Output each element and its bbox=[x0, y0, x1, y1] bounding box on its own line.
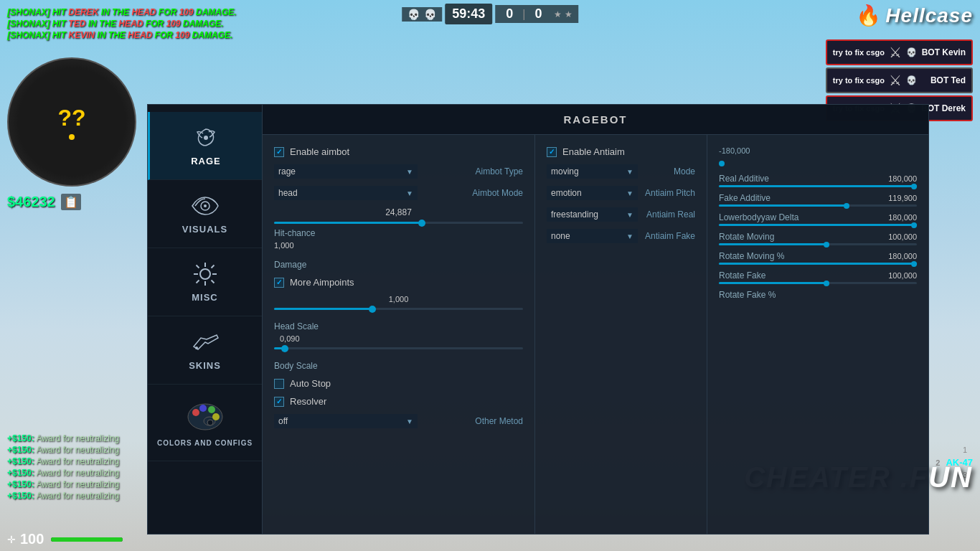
score-t: 0 bbox=[529, 6, 547, 22]
mode-row: moving ▼ Mode bbox=[547, 164, 695, 179]
resolver-checkbox[interactable] bbox=[274, 397, 284, 407]
sidebar-item-rage[interactable]: RAGE bbox=[148, 112, 262, 180]
hit-chance-label: Hit-chance bbox=[274, 228, 523, 238]
award-1: +$150: Award for neutralizing bbox=[7, 433, 119, 443]
damage-slider-thumb[interactable] bbox=[369, 306, 376, 313]
money-amount: $46232 bbox=[7, 194, 55, 210]
money-icon: 📋 bbox=[61, 194, 81, 210]
weapon-item-1: 1 bbox=[936, 446, 973, 454]
hit-chance-track[interactable] bbox=[274, 222, 523, 224]
lowerbodyyaw-fill bbox=[719, 224, 917, 226]
head-scale-track[interactable] bbox=[274, 347, 523, 349]
bottom-hud: ✛ 100 bbox=[7, 531, 123, 547]
other-method-value: off bbox=[278, 416, 288, 426]
health-value: 100 bbox=[20, 531, 44, 547]
minimap-question-mark: ?? bbox=[57, 105, 85, 131]
antiaim-pitch-arrow: ▼ bbox=[626, 189, 633, 197]
score-panel: 💀 💀 bbox=[402, 7, 442, 22]
logo-text: Hellcase bbox=[885, 4, 973, 27]
award-2: +$150: Award for neutralizing bbox=[7, 445, 119, 455]
head-scale-thumb[interactable] bbox=[281, 345, 288, 352]
score-display: 0 | 0 ★ ★ bbox=[495, 5, 578, 23]
sidebar-item-colors[interactable]: COLORS AND CONFIGS bbox=[148, 385, 262, 461]
fake-additive-thumb[interactable] bbox=[844, 203, 849, 209]
mode-select[interactable]: moving ▼ bbox=[547, 164, 638, 179]
main-panel: RAGE VISUALS MISC bbox=[147, 104, 929, 534]
col-right: -180,000 Real Additive 180,000 bbox=[707, 135, 928, 534]
damage-slider-container: 1,000 bbox=[274, 295, 523, 311]
enable-aimbot-checkbox[interactable] bbox=[274, 147, 284, 157]
auto-stop-row: Auto Stop bbox=[274, 378, 523, 389]
antiaim-real-value: freestanding bbox=[551, 209, 598, 220]
svg-point-2 bbox=[204, 204, 207, 207]
damage-slider-fill bbox=[274, 308, 374, 310]
award-5: +$150: Award for neutralizing bbox=[7, 479, 119, 489]
other-method-row: off ▼ Other Metod bbox=[274, 414, 523, 428]
real-additive-row: Real Additive 180,000 bbox=[719, 174, 917, 187]
skull-ct-icon: 💀 bbox=[407, 9, 420, 20]
rotate-fake-thumb[interactable] bbox=[824, 281, 829, 286]
real-additive-thumb[interactable] bbox=[911, 184, 917, 189]
kill-entry-2: [SHONAX] HIT TED IN THE HEAD FOR 109 DAM… bbox=[7, 19, 236, 29]
fix-btn-ted-label: try to fix csgo bbox=[833, 76, 885, 85]
col-mid: Enable Antiaim moving ▼ Mode emotion ▼ bbox=[535, 135, 707, 534]
fix-btn-ted[interactable]: try to fix csgo ⚔ 💀 BOT Ted bbox=[826, 67, 973, 93]
sidebar-item-skins[interactable]: SKINS bbox=[148, 316, 262, 385]
antiaim-fake-select[interactable]: none ▼ bbox=[547, 229, 638, 243]
damage-slider-track[interactable] bbox=[274, 308, 523, 310]
antiaim-pitch-select[interactable]: emotion ▼ bbox=[547, 186, 638, 200]
rotate-fake-track[interactable] bbox=[719, 282, 917, 284]
rotate-fake-row: Rotate Fake 100,000 bbox=[719, 270, 917, 284]
score-ct: 0 bbox=[501, 6, 518, 22]
lowerbodyyaw-track[interactable] bbox=[719, 224, 917, 226]
fake-additive-track[interactable] bbox=[719, 204, 917, 207]
lowerbodyyaw-thumb[interactable] bbox=[911, 222, 917, 228]
enable-aimbot-row: Enable aimbot bbox=[274, 146, 523, 157]
aimbot-mode-label: Aimbot Mode bbox=[466, 188, 523, 198]
antiaim-pitch-row: emotion ▼ Antiaim Pitch bbox=[547, 186, 695, 200]
skull-kevin-icon: 💀 bbox=[906, 47, 917, 57]
rotate-moving-thumb[interactable] bbox=[824, 242, 829, 248]
skull-t-icon: 💀 bbox=[424, 9, 436, 20]
rotate-moving-track[interactable] bbox=[719, 243, 917, 245]
rotate-moving-pct-val: 180,000 bbox=[888, 252, 917, 260]
money-display: $46232 📋 bbox=[7, 194, 81, 210]
other-method-select[interactable]: off ▼ bbox=[274, 414, 418, 428]
sidebar-item-misc[interactable]: MISC bbox=[148, 248, 262, 316]
enable-antiaim-checkbox[interactable] bbox=[547, 147, 557, 157]
skull-ted-icon: 💀 bbox=[906, 75, 917, 85]
real-additive-label: Real Additive bbox=[719, 174, 769, 184]
kill-entry-3: [SHONAX] HIT KEVIN IN THE HEAD FOR 109 D… bbox=[7, 30, 236, 40]
rotate-moving-pct-thumb[interactable] bbox=[911, 261, 917, 267]
more-aimpoints-checkbox[interactable] bbox=[274, 278, 284, 288]
resolver-label: Resolver bbox=[290, 396, 326, 407]
mode-value: moving bbox=[551, 166, 579, 176]
health-bar bbox=[51, 537, 123, 542]
rotate-fake-label: Rotate Fake bbox=[719, 270, 765, 281]
rotate-moving-pct-track[interactable] bbox=[719, 263, 917, 265]
sidebar-item-visuals[interactable]: VISUALS bbox=[148, 180, 262, 248]
aimbot-type-arrow: ▼ bbox=[406, 168, 413, 176]
enable-antiaim-label: Enable Antiaim bbox=[562, 146, 625, 157]
hit-chance-thumb[interactable] bbox=[418, 220, 425, 227]
antiaim-real-label: Antiaim Real bbox=[638, 209, 695, 220]
weapon-num-1: 1 bbox=[963, 446, 967, 454]
auto-stop-checkbox[interactable] bbox=[274, 379, 284, 389]
health-icon: ✛ bbox=[7, 534, 16, 545]
fix-btn-kevin[interactable]: try to fix csgo ⚔ 💀 BOT Kevin bbox=[826, 39, 973, 65]
mode-label: Mode bbox=[638, 166, 695, 176]
sidebar-visuals-label: VISUALS bbox=[182, 224, 227, 235]
lowerbodyyaw-label: Lowerbodyyaw Delta bbox=[719, 212, 798, 222]
fake-additive-label: Fake Additive bbox=[719, 193, 771, 203]
more-aimpoints-label: More Aimpoints bbox=[290, 277, 354, 288]
aimbot-type-select[interactable]: rage ▼ bbox=[274, 164, 418, 179]
real-additive-track[interactable] bbox=[719, 185, 917, 187]
kill-feed: [SHONAX] HIT DEREK IN THE HEAD FOR 109 D… bbox=[7, 7, 236, 40]
svg-point-0 bbox=[204, 136, 208, 140]
real-additive-fill bbox=[719, 185, 917, 187]
hit-chance-value: 24,887 bbox=[274, 207, 523, 217]
antiaim-real-select[interactable]: freestanding ▼ bbox=[547, 207, 638, 222]
sidebar: RAGE VISUALS MISC bbox=[148, 105, 263, 534]
award-3: +$150: Award for neutralizing bbox=[7, 456, 119, 466]
aimbot-mode-select[interactable]: head ▼ bbox=[274, 186, 418, 200]
